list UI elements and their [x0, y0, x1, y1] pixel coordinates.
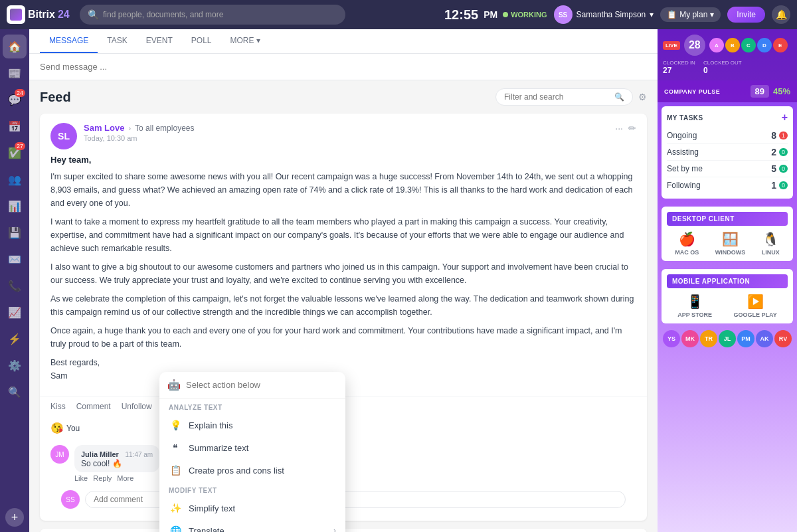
windows-label: WINDOWS	[715, 249, 746, 256]
search-icon: 🔍	[8, 386, 21, 399]
pulse-scores: 89 45%	[751, 85, 791, 98]
pulse-score: 89	[751, 85, 769, 98]
task-row-setbyme: Set by me 5 0	[667, 161, 788, 177]
work-status: WORKING	[503, 11, 547, 19]
online-user-3[interactable]: TR	[700, 330, 717, 347]
task-following-label: Following	[667, 181, 701, 190]
sidebar-item-feed[interactable]: 📰	[3, 61, 27, 85]
post-paragraph-2: I want to take a moment to express my he…	[50, 215, 636, 255]
home-icon: 🏠	[8, 41, 21, 53]
sidebar-item-chat[interactable]: 💬 24	[3, 88, 27, 112]
copilot-search-input[interactable]	[186, 380, 337, 390]
search-icon: 🔍	[614, 92, 624, 102]
appstore-button[interactable]: 📱 APP STORE	[677, 294, 712, 318]
online-user-2[interactable]: MK	[681, 330, 699, 347]
reports-icon: 📈	[8, 306, 21, 319]
sidebar-item-tasks[interactable]: ✅ 27	[3, 141, 27, 165]
post-author-name[interactable]: Sam Love	[84, 123, 124, 133]
task-assisting-badge: 0	[779, 148, 788, 156]
search-input[interactable]	[103, 10, 337, 19]
explain-icon: 💡	[169, 418, 182, 432]
linux-button[interactable]: 🐧 LINUX	[762, 231, 780, 256]
sidebar-item-drive[interactable]: 💾	[3, 221, 27, 244]
company-pulse: COMPANY PULSE 89 45%	[658, 80, 797, 102]
sidebar-item-crm[interactable]: 📊	[3, 194, 27, 218]
app-version: 24	[58, 9, 70, 21]
compose-input-area[interactable]	[29, 54, 658, 80]
kiss-action[interactable]: Kiss	[50, 402, 66, 411]
online-user-6[interactable]: AK	[756, 330, 773, 347]
like-action[interactable]: Like	[74, 474, 88, 482]
windows-button[interactable]: 🪟 WINDOWS	[715, 231, 746, 256]
settings-icon: ⚙️	[8, 359, 21, 372]
comment-action[interactable]: Comment	[76, 402, 111, 411]
task-ongoing-badge: 1	[779, 132, 788, 139]
feed-search[interactable]: 🔍	[495, 88, 633, 106]
sidebar-item-search[interactable]: 🔍	[3, 380, 27, 404]
main-layout: 🏠 📰 💬 24 📅 ✅ 27 👥 📊 💾 ✉️ 📞	[0, 29, 797, 532]
chat-badge: 24	[15, 89, 25, 97]
sidebar-item-settings[interactable]: ⚙️	[3, 353, 27, 377]
chevron-down-icon: ▾	[650, 10, 654, 19]
global-search[interactable]: 🔍	[80, 5, 345, 25]
my-tasks-panel: MY TASKS + Ongoing 8 1 Assisting 2 0 Set…	[662, 106, 793, 199]
online-user-5[interactable]: PM	[737, 330, 754, 347]
post-header: SL Sam Love › To all employees Today, 10…	[40, 114, 647, 155]
clocked-out-info: CLOCKED OUT 0	[703, 60, 742, 75]
live-avatar-1: A	[709, 38, 724, 52]
comment-author-line: Julia Miller 11:47 am	[81, 449, 153, 459]
copilot-pros-cons[interactable]: 📋 Create pros and cons list	[159, 459, 345, 482]
comment-actions: Like Reply More	[74, 474, 159, 482]
live-count: 28	[684, 35, 705, 56]
feed-settings-icon[interactable]: ⚙	[638, 92, 647, 102]
myplan-button[interactable]: 📋 My plan ▾	[660, 7, 721, 22]
post-top-actions: ··· ✏	[615, 123, 636, 133]
tab-message[interactable]: MESSAGE	[40, 29, 98, 53]
comment-text: So cool! 🔥	[81, 459, 153, 468]
appstore-label: APP STORE	[677, 311, 712, 318]
sidebar-item-reports[interactable]: 📈	[3, 300, 27, 324]
online-user-7[interactable]: RV	[774, 330, 792, 347]
copilot-simplify[interactable]: ✨ Simplify text	[159, 497, 345, 519]
user-profile[interactable]: SS Samantha Simpson ▾	[554, 5, 654, 24]
googleplay-button[interactable]: ▶️ GOOGLE PLAY	[734, 294, 777, 318]
compose-area: MESSAGE TASK EVENT POLL MORE ▾	[29, 29, 658, 80]
feed-search-input[interactable]	[504, 92, 610, 102]
invite-button[interactable]: Invite	[727, 7, 765, 23]
sidebar-item-automation[interactable]: ⚡	[3, 327, 27, 351]
sidebar-item-calendar[interactable]: 📅	[3, 114, 27, 138]
reply-action[interactable]: Reply	[93, 474, 112, 482]
unfollow-action[interactable]: Unfollow	[122, 402, 152, 411]
copilot-explain[interactable]: 💡 Explain this	[159, 414, 345, 436]
macos-button[interactable]: 🍎 MAC OS	[675, 231, 699, 256]
tab-event[interactable]: EVENT	[137, 29, 182, 53]
online-user-4[interactable]: JL	[719, 330, 736, 347]
more-icon[interactable]: ···	[615, 123, 623, 133]
tab-more[interactable]: MORE ▾	[221, 29, 270, 53]
copilot-translate[interactable]: 🌐 Translate ›	[159, 519, 345, 532]
live-avatar-5: E	[773, 38, 788, 52]
sidebar-item-contacts[interactable]: 👥	[3, 167, 27, 191]
edit-icon[interactable]: ✏	[628, 123, 636, 133]
sidebar-add-button[interactable]: +	[5, 508, 24, 527]
post-paragraph-5: Once again, a huge thank you to each and…	[50, 324, 636, 351]
notifications-button[interactable]: 🔔	[772, 5, 790, 24]
copilot-summarize[interactable]: ❝ Summarize text	[159, 436, 345, 459]
translate-arrow-icon: ›	[333, 526, 336, 532]
tab-task[interactable]: TASK	[98, 29, 136, 53]
post-greeting: Hey team,	[50, 155, 636, 165]
compose-input[interactable]	[40, 62, 647, 72]
pros-cons-icon: 📋	[169, 464, 182, 477]
sidebar-item-phone[interactable]: 📞	[3, 274, 27, 298]
status-dot	[503, 12, 508, 17]
sidebar-item-home[interactable]: 🏠	[3, 35, 27, 58]
app-name: Bitrix	[28, 9, 55, 21]
copilot-search-bar[interactable]: 🤖	[159, 372, 345, 399]
more-comment-action[interactable]: More	[117, 474, 133, 482]
tab-poll[interactable]: POLL	[182, 29, 221, 53]
tasks-add-button[interactable]: +	[782, 112, 788, 124]
post-meta: Sam Love › To all employees Today, 10:30…	[84, 123, 608, 142]
online-user-1[interactable]: YS	[663, 330, 680, 347]
sidebar-item-mail[interactable]: ✉️	[3, 247, 27, 271]
translate-icon: 🌐	[169, 524, 182, 532]
